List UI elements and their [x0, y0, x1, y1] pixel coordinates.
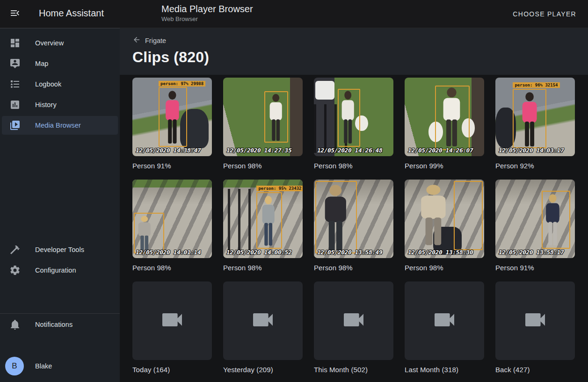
video-camera-icon — [250, 307, 276, 335]
clip-cell: person: 95% 2343212/05/2020 14:00:52Pers… — [223, 180, 303, 272]
sidebar-user-item[interactable]: B Blake — [0, 353, 120, 379]
folder-cell: Last Month (318) — [405, 281, 484, 374]
video-camera-icon — [431, 307, 457, 335]
clip-tile[interactable]: person: 96% 3215412/05/2020 14:03:17 — [495, 78, 575, 156]
clip-label: Person 98% — [314, 162, 393, 170]
detection-label: person: 95% 23432 — [256, 186, 303, 191]
clip-cell: person: 97% 2998812/05/2020 14:38:47Pers… — [132, 78, 212, 170]
user-name: Blake — [35, 362, 52, 370]
detection-label: person: 97% 29988 — [159, 81, 205, 86]
clip-timestamp-overlay: 12/05/2020 13:58:49 — [317, 249, 382, 256]
clip-tile[interactable]: 12/05/2020 13:58:30 — [405, 180, 484, 258]
scene-detail — [228, 189, 255, 255]
menu-open-button[interactable] — [7, 6, 23, 22]
app-title: Home Assistant — [39, 8, 104, 19]
clip-label: Person 98% — [223, 162, 303, 170]
folder-cell: Yesterday (209) — [223, 281, 303, 374]
sidebar-item-label: Map — [35, 60, 49, 67]
media-browser-header: Frigate Clips (820) — [120, 28, 588, 75]
clip-cell: 12/05/2020 13:58:30Person 98% — [405, 180, 484, 272]
detection-bbox — [435, 86, 470, 150]
clip-label: Person 98% — [223, 264, 303, 272]
video-camera-icon — [341, 307, 367, 335]
sidebar-item-label: Configuration — [35, 267, 76, 274]
clip-cell: 12/05/2020 14:01:14Person 98% — [132, 180, 212, 272]
sidebar-item-map[interactable]: Map — [2, 54, 118, 73]
history-icon — [9, 99, 21, 110]
clip-timestamp-overlay: 12/05/2020 14:00:52 — [226, 249, 291, 256]
sidebar-item-overview[interactable]: Overview — [2, 34, 118, 52]
clip-tile[interactable]: 12/05/2020 13:58:17 — [495, 180, 575, 258]
sidebar-item-label: Logbook — [35, 80, 61, 88]
folder-label: This Month (502) — [314, 366, 393, 374]
clip-cell: person: 96% 3215412/05/2020 14:03:17Pers… — [495, 78, 575, 170]
sidebar-item-notifications[interactable]: Notifications — [2, 315, 118, 334]
scene-detail — [132, 180, 212, 187]
clip-label: Person 99% — [405, 162, 484, 170]
clip-tile[interactable]: 12/05/2020 14:26:07 — [405, 78, 484, 156]
media-grid: person: 97% 2998812/05/2020 14:38:47Pers… — [132, 78, 588, 374]
clip-label: Person 98% — [405, 264, 484, 272]
page-subtitle: Web Browser — [161, 15, 198, 22]
folder-label: Yesterday (209) — [223, 366, 303, 374]
breadcrumb-back[interactable]: Frigate — [132, 36, 166, 45]
clip-label: Person 98% — [314, 264, 393, 272]
clip-cell: 12/05/2020 14:27:35Person 98% — [223, 78, 303, 170]
folder-tile[interactable] — [314, 281, 393, 360]
media-browser-icon — [9, 120, 21, 131]
clip-cell: 12/05/2020 14:26:07Person 99% — [405, 78, 484, 170]
menu-open-icon — [9, 7, 21, 21]
clip-label: Person 92% — [495, 162, 575, 170]
sidebar-item-label: Notifications — [35, 321, 73, 328]
folder-cell: Today (164) — [132, 281, 212, 374]
detection-bbox — [315, 181, 356, 253]
detection-bbox — [264, 91, 288, 143]
clip-tile[interactable]: 12/05/2020 14:26:48 — [314, 78, 393, 156]
clip-tile[interactable]: 12/05/2020 13:58:49 — [314, 180, 393, 258]
video-camera-icon — [159, 307, 185, 335]
folder-tile[interactable] — [495, 281, 575, 360]
dashboard-icon — [9, 37, 21, 49]
avatar: B — [5, 357, 24, 375]
folder-label: Last Month (318) — [405, 366, 484, 374]
folder-label: Back (427) — [495, 366, 575, 374]
folder-cell: This Month (502) — [314, 281, 393, 374]
clip-tile[interactable]: 12/05/2020 14:01:14 — [132, 180, 212, 258]
folder-label: Today (164) — [132, 366, 212, 374]
detection-bbox — [513, 89, 546, 149]
folder-tile[interactable] — [132, 281, 212, 360]
sidebar-item-media-browser[interactable]: Media Browser — [2, 116, 118, 135]
clip-label: Person 98% — [132, 264, 212, 272]
clip-tile[interactable]: 12/05/2020 14:27:35 — [223, 78, 303, 156]
sidebar-item-label: Overview — [35, 39, 64, 47]
sidebar-item-label: Media Browser — [35, 122, 81, 129]
clip-timestamp-overlay: 12/05/2020 14:03:17 — [499, 147, 564, 154]
clip-timestamp-overlay: 12/05/2020 14:38:47 — [136, 147, 201, 154]
sidebar-item-developer-tools[interactable]: Developer Tools — [2, 240, 118, 259]
detection-bbox — [542, 191, 570, 249]
folder-tile[interactable] — [223, 281, 303, 360]
sidebar-item-configuration[interactable]: Configuration — [2, 261, 118, 280]
clip-label: Person 91% — [495, 264, 575, 272]
sidebar-item-history[interactable]: History — [2, 95, 118, 114]
clip-timestamp-overlay: 12/05/2020 14:01:14 — [136, 249, 201, 256]
clip-tile[interactable]: person: 95% 2343212/05/2020 14:00:52 — [223, 180, 303, 258]
clip-timestamp-overlay: 12/05/2020 14:26:48 — [317, 147, 382, 154]
clip-label: Person 91% — [132, 162, 212, 170]
scene-detail — [315, 81, 334, 100]
sidebar: Overview Map Logbook History Media Brows… — [0, 28, 120, 382]
clip-tile[interactable]: person: 97% 2998812/05/2020 14:38:47 — [132, 78, 212, 156]
section-title: Clips (820) — [132, 49, 209, 66]
map-icon — [9, 58, 21, 69]
folder-tile[interactable] — [405, 281, 484, 360]
page-title: Media Player Browser — [161, 4, 253, 14]
detection-bbox — [134, 213, 164, 253]
breadcrumb-label: Frigate — [145, 37, 166, 44]
sidebar-item-label: History — [35, 101, 57, 108]
bell-icon — [9, 319, 21, 330]
sidebar-item-logbook[interactable]: Logbook — [2, 75, 118, 94]
detection-bbox — [454, 181, 482, 250]
choose-player-button[interactable]: CHOOSE PLAYER — [509, 7, 580, 21]
sidebar-tools-list: Developer Tools Configuration — [0, 238, 120, 281]
clip-timestamp-overlay: 12/05/2020 14:27:35 — [226, 147, 291, 154]
